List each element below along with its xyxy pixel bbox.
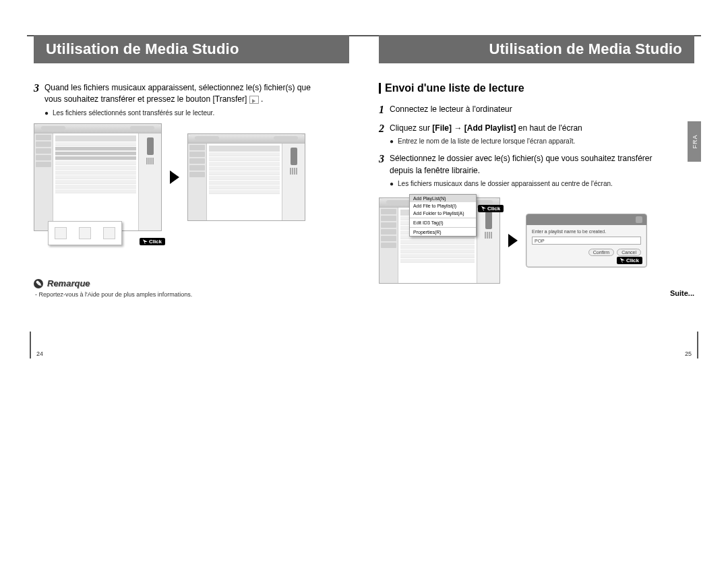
dialog-titlebar [526,214,646,225]
playlist-name-input[interactable]: POP [532,237,641,245]
playlist-name-dialog: Enter a playlist name to be created. POP… [526,214,647,268]
corner-rule [30,332,31,358]
bullet-text: Les fichiers musicaux dans le dossier ap… [398,179,613,189]
menu-item[interactable]: Add PlayList(N) [410,195,476,202]
click-label: Click [149,239,162,245]
file-menu-popup: Add PlayList(N) Add File to Playlist(I) … [409,194,477,237]
close-icon[interactable] [636,216,642,223]
page-title-right: Utilisation de Media Studio [379,35,694,63]
cursor-icon [143,239,148,244]
transfer-icon [249,96,259,104]
app-device-pane [138,133,161,230]
step-number: 3 [34,82,39,118]
click-badge: Click [140,238,165,245]
cancel-button[interactable]: Cancel [617,249,641,256]
menu-separator [410,218,476,218]
step-bullet: ● Entrez le nom de la liste de lecture l… [390,137,694,147]
step-text-pre: vous souhaitez transférer et pressez le … [44,94,249,104]
right-step-3: 3 Sélectionnez le dossier avec le(s) fic… [379,153,694,189]
page-right: Utilisation de Media Studio FRA Envoi d'… [364,35,701,358]
arrow-text: → [454,123,464,133]
left-figure-row: Click [34,123,349,249]
step-number: 1 [379,104,384,116]
t: en haut de l'écran [518,123,582,133]
app-window-after [187,133,305,221]
step-text: Cliquez sur [File] → [Add Playlist] en h… [390,123,694,134]
step-number: 3 [379,153,384,189]
dialog-prompt: Enter a playlist name to be created. [532,229,641,234]
click-badge: Click [617,257,642,264]
app-sidebar [188,144,207,220]
bullet-text: Les fichiers sélectionnés sont transféré… [53,108,214,119]
section-title-text: Envoi d'une liste de lecture [385,82,524,94]
click-label: Click [626,257,639,263]
menu-item[interactable]: Add Folder to Playlist(A) [410,210,476,217]
step-text-line1: Sélectionnez le dossier avec le(s) fichi… [390,153,694,164]
app-titlebar [34,124,161,133]
app-titlebar [188,134,305,144]
bullet-dot: ● [390,137,394,147]
click-label: Click [487,206,500,212]
arrow-right-icon [508,234,518,247]
language-tab-label: FRA [691,135,698,149]
section-title: Envoi d'une liste de lecture [379,82,694,94]
right-figure-row: Add PlayList(N) Add File to Playlist(I) … [379,197,694,284]
right-step-1: 1 Connectez le lecteur à l'ordinateur [379,104,694,116]
bullet-dot: ● [390,179,394,189]
page-title-left: Utilisation de Media Studio [34,35,349,63]
confirm-button[interactable]: Confirm [588,249,615,256]
language-tab: FRA [688,121,701,162]
step-text-line2: vous souhaitez transférer et pressez le … [44,94,349,105]
t-bold: [File] [432,123,452,133]
app-window-before: Click [34,123,162,231]
step-text-post: . [261,94,263,104]
menu-item[interactable]: Edit ID3 Tag(I) [410,219,476,226]
toolbar-icon [55,227,67,239]
step-text-line1: Quand les fichiers musicaux apparaissent… [44,82,349,94]
remarque-block: ✎ Remarque - Reportez-vous à l'Aide pour… [34,278,349,298]
page-left: Utilisation de Media Studio 3 Quand les … [27,35,364,358]
app-list [207,144,282,220]
bullet-dot: ● [44,108,49,119]
app-sidebar [34,133,53,230]
remarque-label: Remarque [47,278,90,288]
corner-rule [697,332,698,358]
page-number-right: 25 [685,350,692,357]
device-icon [291,148,297,165]
step-text: Connectez le lecteur à l'ordinateur [390,104,694,115]
cursor-icon [481,206,486,211]
note-icon: ✎ [34,279,43,288]
menu-item[interactable]: Properties(R) [410,228,476,236]
device-icon [147,137,154,155]
step-bullet: ● Les fichiers musicaux dans le dossier … [390,179,694,189]
left-step-3: 3 Quand les fichiers musicaux apparaisse… [34,82,349,118]
t: Cliquez sur [390,123,432,133]
app-window-library: Add PlayList(N) Add File to Playlist(I) … [379,197,500,284]
page-number-left: 24 [36,350,43,357]
menu-item[interactable]: Add File to Playlist(I) [410,202,476,210]
right-step-2: 2 Cliquez sur [File] → [Add Playlist] en… [379,123,694,147]
menu-separator [410,227,476,228]
remarque-text: - Reportez-vous à l'Aide pour de plus am… [34,291,349,298]
app-device-pane [282,144,305,220]
device-icon [485,212,492,229]
app-sidebar [380,208,398,283]
section-bar-icon [379,83,381,94]
toolbar-icon [103,227,115,239]
bullet-text: Entrez le nom de la liste de lecture lor… [398,137,575,147]
app-list [53,133,138,230]
app-device-pane [477,208,499,283]
arrow-right-icon [170,170,179,184]
step-bullet: ● Les fichiers sélectionnés sont transfé… [44,108,349,119]
click-badge: Click [478,205,504,212]
t-bold: [Add Playlist] [464,123,516,133]
step-number: 2 [379,123,384,147]
toolbar-icon [79,227,91,239]
continued-label: Suite... [379,289,694,297]
toolbar-popup [48,221,122,245]
cursor-icon [620,258,625,263]
step-text-line2: depuis la fenêtre librairie. [390,165,694,177]
